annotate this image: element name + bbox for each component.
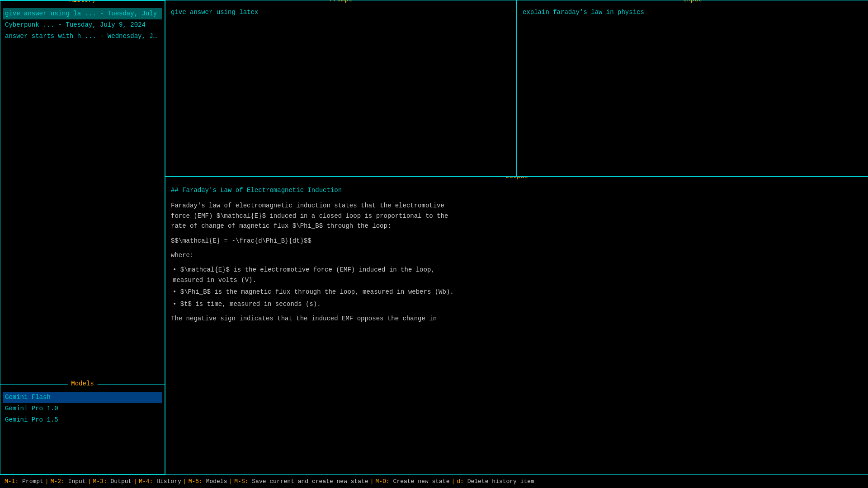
- models-title: Models: [67, 380, 97, 387]
- status-m3-label: Output: [111, 478, 132, 485]
- status-m5-key: M-5:: [189, 478, 203, 485]
- output-content: ## Faraday's Law of Electromagnetic Indu…: [165, 181, 868, 474]
- prompt-title: Prompt: [326, 0, 356, 3]
- status-m2-label: Input: [68, 478, 86, 485]
- status-m5-label: Models: [206, 478, 227, 485]
- models-content: Gemini Flash Gemini Pro 1.0 Gemini Pro 1…: [0, 388, 165, 429]
- output-panel: Output ## Faraday's Law of Electromagnet…: [165, 177, 868, 474]
- right-area: Prompt give answer using latex Input exp…: [165, 0, 868, 474]
- output-para1: Faraday's law of electromagnetic inducti…: [171, 201, 863, 231]
- history-item[interactable]: Cyberpunk ... - Tuesday, July 9, 2024: [3, 19, 162, 31]
- status-bar: M-1: Prompt | M-2: Input | M-3: Output |…: [0, 474, 868, 488]
- status-mo-label: Create new state: [393, 478, 450, 485]
- status-m1-key: M-1:: [5, 478, 19, 485]
- history-item[interactable]: give answer using la ... - Tuesday, July: [3, 8, 162, 19]
- status-mo-key: M-O:: [376, 478, 390, 485]
- status-m4-key: M-4:: [139, 478, 153, 485]
- output-bullet3: • $t$ is time, measured in seconds (s).: [171, 299, 863, 309]
- status-m1-label: Prompt: [22, 478, 43, 485]
- output-para2: The negative sign indicates that the ind…: [171, 314, 863, 324]
- status-ms-key: M-S:: [234, 478, 248, 485]
- prompt-content[interactable]: give answer using latex: [165, 4, 516, 176]
- history-content: give answer using la ... - Tuesday, July…: [0, 5, 165, 46]
- output-bullet1: • $\mathcal{E}$ is the electromotive for…: [171, 265, 863, 285]
- output-bullet2: • $\Phi_B$ is the magnetic flux through …: [171, 287, 863, 297]
- input-title: Input: [679, 0, 706, 3]
- input-panel: Input explain faraday's law in physics: [517, 0, 868, 177]
- output-heading: ## Faraday's Law of Electromagnetic Indu…: [171, 185, 863, 195]
- status-d-key: d:: [457, 478, 464, 485]
- output-formula: $$\mathcal{E} = -\frac{d\Phi_B}{dt}$$: [171, 236, 863, 246]
- history-item[interactable]: answer starts with h ... - Wednesday, Ju…: [3, 31, 162, 42]
- model-item-flash[interactable]: Gemini Flash: [3, 392, 162, 403]
- status-d-label: Delete history item: [467, 478, 534, 485]
- input-content[interactable]: explain faraday's law in physics: [517, 4, 868, 176]
- model-item-pro15[interactable]: Gemini Pro 1.5: [3, 414, 162, 426]
- models-panel: Models Gemini Flash Gemini Pro 1.0 Gemin…: [0, 384, 165, 474]
- status-m3-key: M-3:: [93, 478, 107, 485]
- status-ms-label: Save current and create new state: [252, 478, 368, 485]
- top-panes: Prompt give answer using latex Input exp…: [165, 0, 868, 177]
- prompt-panel: Prompt give answer using latex: [165, 0, 517, 177]
- left-panel: History give answer using la ... - Tuesd…: [0, 0, 165, 474]
- status-m4-label: History: [156, 478, 181, 485]
- output-where: where:: [171, 250, 863, 260]
- model-item-pro10[interactable]: Gemini Pro 1.0: [3, 403, 162, 414]
- status-m2-key: M-2:: [51, 478, 65, 485]
- main-area: History give answer using la ... - Tuesd…: [0, 0, 868, 474]
- history-title: History: [66, 0, 99, 4]
- history-panel: History give answer using la ... - Tuesd…: [0, 0, 165, 384]
- output-title: Output: [502, 177, 532, 180]
